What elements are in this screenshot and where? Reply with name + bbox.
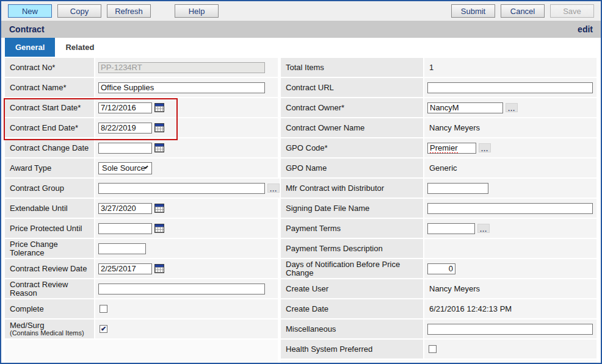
select-value: Sole Source [102,163,145,173]
field-label-text: Contract No* [10,63,94,72]
ellipsis-lookup-button[interactable]: ... [479,143,491,152]
field-label-contract-url: Contract URL [281,78,423,97]
contract-start-date-input[interactable] [98,102,152,113]
form-area: Contract No*Contract Name*Contract Start… [1,57,601,363]
price-change-tolerance-input[interactable] [98,243,146,254]
contract-end-date-input[interactable] [98,123,152,134]
med-surg-checkbox[interactable]: ✔ [100,325,107,333]
contract-group-input[interactable] [98,183,265,194]
field-label-text: Create Date [286,305,423,313]
left-column-filler [5,340,278,363]
ellipsis-lookup-button[interactable]: ... [267,184,280,193]
form-row-med-surg: Med/Surg(Contains Medical Items)✔ [5,319,278,338]
field-label-award-type: Award Type [5,159,94,177]
field-label-create-date: Create Date [281,299,423,318]
field-label-contract-group: Contract Group [5,179,94,198]
field-label-gpo-code: GPO Code* [281,138,423,157]
field-label-text: Med/Surg [10,321,94,330]
field-label-text: Contract Owner* [286,104,423,112]
top-toolbar: New Copy Refresh Help Submit Cancel Save [1,1,601,21]
field-label-text: Payment Terms [286,224,423,233]
mfr-contract-with-distributor-input[interactable] [427,183,488,194]
form-row-contract-start-date: Contract Start Date* [5,98,278,117]
field-label-text: Contract Change Date [10,144,94,152]
field-label-text: Contract Owner Name [286,124,423,132]
ellipsis-lookup-button[interactable]: ... [477,224,490,233]
save-button: Save [550,4,594,18]
field-label-contract-review-reason: Contract Review Reason [5,279,94,298]
toolbar-left-group: New Copy Refresh Help [8,4,219,18]
gpo-code-input[interactable] [427,143,476,154]
field-value-extendable-until [95,199,278,218]
field-label-contract-name: Contract Name* [5,78,94,97]
new-button[interactable]: New [8,4,52,18]
gpo-name-value: Generic [427,163,457,173]
field-label-text: Contract Name* [10,84,94,92]
signing-date-file-name-input[interactable] [427,203,593,214]
field-value-payment-terms-description [424,239,597,258]
refresh-button[interactable]: Refresh [107,4,151,18]
form-row-contract-change-date: Contract Change Date [5,138,278,157]
field-label-text: Contract Review Date [10,265,94,273]
contract-review-reason-input[interactable] [98,284,265,294]
field-value-contract-group: ... [95,179,280,198]
field-value-contract-owner: ... [424,98,597,117]
copy-button[interactable]: Copy [57,4,101,18]
field-value-create-user: Nancy Meyers [424,279,597,298]
days-of-notification-before-price-change-input[interactable] [427,263,455,274]
field-label-contract-end-date: Contract End Date* [5,118,94,137]
field-label-create-user: Create User [281,279,423,298]
field-value-contract-owner-name: Nancy Meyers [424,118,597,137]
field-value-days-of-notification-before-price-change [424,259,597,278]
form-row-contract-group: Contract Group... [5,179,278,198]
calendar-icon[interactable] [154,224,164,233]
contract-change-date-input[interactable] [98,143,152,154]
contract-review-date-input[interactable] [98,263,152,274]
field-label-contract-owner: Contract Owner* [281,98,423,117]
extendable-until-input[interactable] [98,203,152,214]
field-label-text: Contract End Date* [10,124,94,132]
calendar-icon[interactable] [154,143,164,152]
tab-related[interactable]: Related [55,38,104,57]
contract-name-input[interactable] [98,82,265,93]
field-label-text: Create User [286,285,423,293]
field-value-payment-terms: ... [424,219,597,238]
calendar-icon[interactable] [154,204,164,213]
contract-no-input [98,62,265,73]
submit-button[interactable]: Submit [451,4,495,18]
contract-owner-name-value: Nancy Meyers [427,123,480,132]
calendar-icon[interactable] [154,103,164,112]
cancel-button[interactable]: Cancel [501,4,545,18]
price-protected-until-input[interactable] [98,223,152,234]
field-value-award-type: Sole Source [95,159,278,177]
health-system-preferred-checkbox[interactable] [429,345,437,353]
award-type-select[interactable]: Sole Source [98,162,152,174]
contract-owner-input[interactable] [427,102,503,113]
tab-general[interactable]: General [5,38,55,57]
field-label-text: Days of Notification Before Price Change [286,260,423,277]
ellipsis-lookup-button[interactable]: ... [506,103,518,112]
field-label-contract-no: Contract No* [5,58,94,77]
calendar-icon[interactable] [154,264,164,273]
form-row-create-user: Create UserNancy Meyers [281,279,597,298]
field-label-miscellaneous: Miscellaneous [281,319,423,338]
calendar-icon[interactable] [154,123,164,132]
form-row-contract-review-date: Contract Review Date [5,259,278,278]
field-value-create-date: 6/21/2016 12:42:13 PM [424,299,597,318]
help-button[interactable]: Help [175,4,219,18]
form-row-price-protected-until: Price Protected Until [5,219,278,238]
field-value-contract-review-date [95,259,278,278]
form-column-right: Total Items1Contract URLContract Owner*.… [281,58,597,363]
form-row-payment-terms-description: Payment Terms Description [281,239,597,258]
contract-url-input[interactable] [427,82,593,93]
field-value-price-protected-until [95,219,278,238]
form-row-payment-terms: Payment Terms... [281,219,597,238]
field-label-contract-change-date: Contract Change Date [5,138,94,157]
payment-terms-input[interactable] [427,223,475,234]
field-label-text: Price Protected Until [10,224,94,233]
complete-checkbox[interactable] [100,305,107,313]
form-row-extendable-until: Extendable Until [5,199,278,218]
form-row-complete: Complete [5,299,278,318]
field-label-text: Miscellaneous [286,325,423,334]
miscellaneous-input[interactable] [427,324,593,335]
